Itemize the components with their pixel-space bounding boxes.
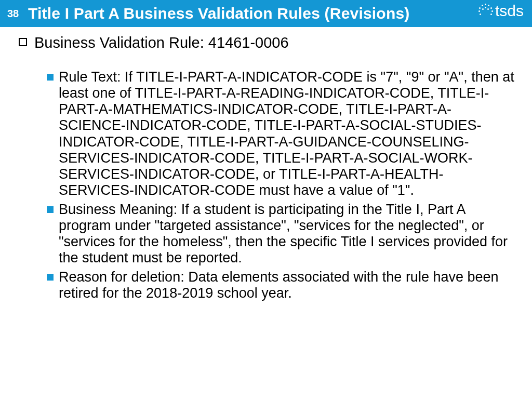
bullet-level2: Reason for deletion: Data elements assoc… xyxy=(47,269,518,301)
bullet-level2: Business Meaning: If a student is partic… xyxy=(47,202,518,266)
logo-dots-icon xyxy=(478,4,493,18)
level2-text: Rule Text: If TITLE-I-PART-A-INDICATOR-C… xyxy=(59,69,518,198)
page-number: 38 xyxy=(7,8,28,20)
bullet-level2: Rule Text: If TITLE-I-PART-A-INDICATOR-C… xyxy=(47,69,518,198)
level2-text: Business Meaning: If a student is partic… xyxy=(59,202,518,266)
slide-title: Title I Part A Business Validation Rules… xyxy=(28,5,525,22)
filled-square-bullet-icon xyxy=(47,74,54,81)
slide-body: Business Validation Rule: 41461-0006 Rul… xyxy=(0,27,532,301)
filled-square-bullet-icon xyxy=(47,206,54,213)
level2-text: Reason for deletion: Data elements assoc… xyxy=(59,269,518,301)
bullet-level1: Business Validation Rule: 41461-0006 xyxy=(19,34,518,51)
level1-text: Business Validation Rule: 41461-0006 xyxy=(34,34,289,51)
square-bullet-icon xyxy=(19,38,27,46)
slide-header: 38 Title I Part A Business Validation Ru… xyxy=(0,0,532,27)
tsds-logo: tsds xyxy=(478,2,524,20)
level2-list: Rule Text: If TITLE-I-PART-A-INDICATOR-C… xyxy=(19,69,518,301)
filled-square-bullet-icon xyxy=(47,274,54,281)
slide: 38 Title I Part A Business Validation Ru… xyxy=(0,0,532,399)
logo-text: tsds xyxy=(495,2,524,20)
